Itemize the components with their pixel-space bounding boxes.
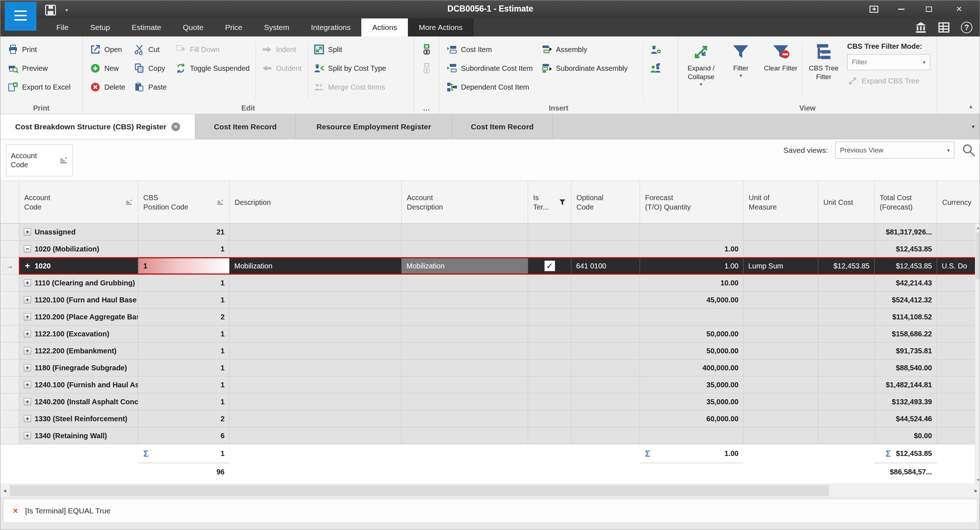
cell-forecast-quantity[interactable]: 1.00 (640, 241, 744, 257)
insert-cost-item-button[interactable]: Cost Item (442, 40, 537, 59)
cell-total-cost[interactable]: $81,317,926... (875, 223, 937, 240)
grid-header-forecast-quantity[interactable]: Forecast (T/O) Quantity (640, 181, 744, 223)
insert-assembly-button[interactable]: Assembly (537, 40, 632, 59)
cell-unit-cost[interactable] (818, 393, 875, 410)
cell-unit-of-measure[interactable] (744, 223, 818, 240)
cell-optional-code[interactable] (571, 343, 640, 359)
cell-account-description[interactable] (402, 326, 528, 342)
cbs-tree-filter-button[interactable]: CBS Tree Filter (804, 40, 843, 103)
cell-unit-cost[interactable]: $12,453.85 (818, 258, 875, 274)
cell-currency[interactable] (937, 377, 975, 393)
cell-total-cost[interactable]: $1,482,144.81 (875, 377, 937, 393)
cell-description[interactable] (229, 359, 402, 376)
cell-cbs-position-code[interactable]: 21 (138, 223, 229, 240)
expand-collapse-icon[interactable]: + (24, 415, 31, 422)
cell-optional-code[interactable] (571, 428, 640, 444)
cell-cbs-position-code[interactable]: 2 (138, 308, 229, 325)
cell-total-cost[interactable]: $524,412.32 (875, 292, 937, 308)
cell-optional-code[interactable] (571, 223, 640, 240)
cell-forecast-quantity[interactable]: 10.00 (640, 275, 744, 291)
cell-description[interactable]: Mobilization (229, 258, 402, 274)
cell-currency[interactable] (937, 428, 975, 444)
cell-cbs-position-code[interactable]: 1 (138, 343, 229, 359)
close-button[interactable]: × (951, 3, 967, 15)
cell-account-code[interactable]: + 1122.100 (Excavation) (19, 326, 138, 342)
cell-is-terminal[interactable]: ✓ (528, 258, 571, 274)
cell-forecast-quantity[interactable]: 50,000.00 (640, 343, 744, 359)
doc-tab-cost-item-record-1[interactable]: Cost Item Record (195, 114, 296, 139)
print-button[interactable]: Print (3, 40, 75, 59)
cell-is-terminal[interactable] (528, 343, 571, 359)
cell-currency[interactable] (937, 410, 975, 427)
cell-unit-cost[interactable] (818, 428, 875, 444)
cell-forecast-quantity[interactable] (640, 428, 744, 444)
group-by-chip-account-code[interactable]: Account Code (6, 145, 73, 176)
cell-account-code[interactable]: + 1122.200 (Embankment) (19, 343, 138, 359)
cell-account-code[interactable]: + 1110 (Clearing and Grubbing) (19, 275, 138, 291)
cell-description[interactable] (229, 275, 402, 291)
vertical-scrollbar-thumb[interactable] (976, 232, 980, 279)
cell-unit-of-measure[interactable] (744, 377, 818, 393)
menu-tab-actions[interactable]: Actions (361, 18, 408, 37)
employment-people-button[interactable] (645, 59, 666, 78)
expand-collapse-icon[interactable]: + (24, 381, 31, 388)
tab-list-caret-icon[interactable]: ▾ (972, 123, 980, 130)
cell-total-cost[interactable]: $91,735.81 (875, 343, 937, 359)
menu-tab-file[interactable]: File (46, 18, 80, 37)
cell-unit-cost[interactable] (818, 241, 875, 257)
cell-description[interactable] (229, 393, 402, 410)
clear-filter-button[interactable]: Clear Filter (761, 40, 800, 103)
excel-link-button[interactable] (421, 40, 433, 59)
scroll-right-icon[interactable]: ▶ (972, 484, 980, 497)
grid-row[interactable]: + 1122.100 (Excavation) 1 50,000.00 $158… (0, 326, 980, 343)
cell-unit-of-measure[interactable] (744, 359, 818, 376)
grid-header-total-cost[interactable]: Total Cost (Forecast) (875, 181, 937, 223)
cell-is-terminal[interactable] (528, 292, 571, 308)
cell-account-description[interactable] (402, 393, 528, 410)
cell-total-cost[interactable]: $0.00 (875, 428, 937, 444)
cell-forecast-quantity[interactable]: 35,000.00 (640, 393, 744, 410)
grid-header-account-code[interactable]: Account Code (19, 181, 138, 223)
cell-account-description[interactable] (402, 223, 528, 240)
tab-close-icon[interactable]: × (172, 123, 180, 131)
cell-account-description[interactable] (402, 275, 528, 291)
collapse-ribbon-button[interactable]: ▴ (969, 102, 972, 110)
cell-cbs-position-code[interactable]: 6 (138, 428, 229, 444)
grid-header-account-description[interactable]: Account Description (402, 181, 528, 223)
cell-account-code[interactable]: + 1240.200 (Install Asphalt Concrete) (19, 393, 138, 410)
cell-unit-of-measure[interactable] (744, 275, 818, 291)
cell-description[interactable] (229, 292, 402, 308)
menu-tab-integrations[interactable]: Integrations (300, 18, 362, 37)
cell-total-cost[interactable]: $88,540.00 (875, 359, 937, 376)
cell-cbs-position-code[interactable]: 1 (138, 241, 229, 257)
cell-optional-code[interactable] (571, 359, 640, 376)
split-by-cost-type-button[interactable]: Split by Cost Type (309, 59, 391, 78)
grid-header-cbs-position-code[interactable]: CBS Position Code (138, 181, 229, 223)
cell-is-terminal[interactable] (528, 410, 571, 427)
cell-cbs-position-code[interactable]: 1 (138, 377, 229, 393)
grid-row[interactable]: − 1020 (Mobilization) 1 1.00 $12,453.85 (0, 241, 980, 258)
cell-cbs-position-code[interactable]: 1 (138, 292, 229, 308)
copy-button[interactable]: Copy (130, 59, 171, 78)
grid-row[interactable]: + 1180 (Finegrade Subgrade) 1 400,000.00… (0, 359, 980, 377)
cell-optional-code[interactable] (571, 292, 640, 308)
cell-forecast-quantity[interactable]: 400,000.00 (640, 359, 744, 376)
merge-cost-items-button[interactable]: Merge Cost Items (309, 78, 391, 96)
popout-window-icon[interactable] (865, 3, 882, 15)
cell-unit-cost[interactable] (818, 223, 875, 240)
help-icon[interactable]: ? (961, 22, 972, 33)
indent-button[interactable]: Indent (257, 40, 306, 59)
cell-unit-cost[interactable] (818, 292, 875, 308)
scroll-down-icon[interactable]: ▼ (975, 476, 980, 484)
cell-account-description[interactable] (402, 292, 528, 308)
search-icon[interactable] (962, 143, 976, 158)
doc-tab-cbs-register[interactable]: Cost Breakdown Structure (CBS) Register … (0, 114, 195, 139)
vertical-scrollbar[interactable]: ▲ ▼ (975, 223, 980, 484)
cell-description[interactable] (229, 223, 402, 240)
preview-button[interactable]: Preview (3, 59, 75, 78)
grid-header-unit-cost[interactable]: Unit Cost (818, 181, 875, 223)
cell-forecast-quantity[interactable]: 45,000.00 (640, 292, 744, 308)
cell-total-cost[interactable]: $158,686.22 (875, 326, 937, 342)
toggle-suspended-button[interactable]: Toggle Suspended (171, 59, 254, 78)
grid-header-optional-code[interactable]: Optional Code (571, 181, 640, 223)
